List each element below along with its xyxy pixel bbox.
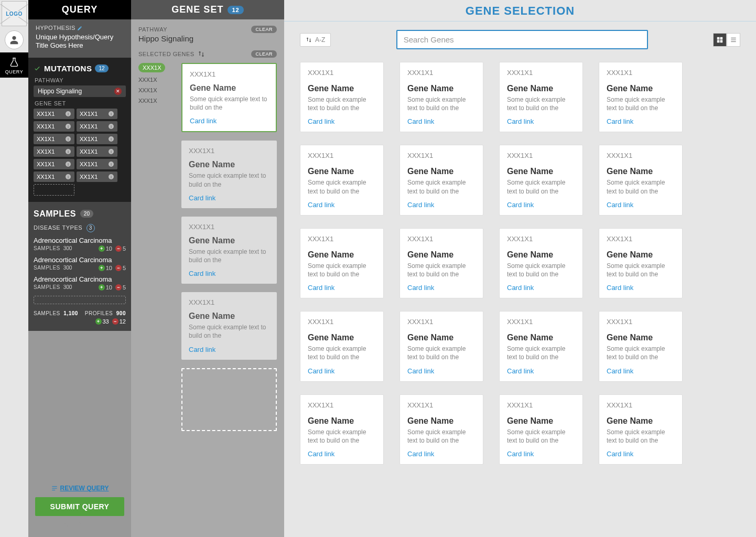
info-icon[interactable]: i <box>65 161 71 167</box>
info-icon[interactable]: i <box>65 136 71 142</box>
gene-card-link[interactable]: Card link <box>607 284 633 292</box>
gene-detail-card[interactable]: XXX1X1Gene NameSome quick example text t… <box>181 141 277 208</box>
gene-chip[interactable]: XX1X1i <box>34 134 74 144</box>
selection-card[interactable]: XXX1X1Gene NameSome quick example text t… <box>300 62 384 132</box>
selection-card[interactable]: XXX1X1Gene NameSome quick example text t… <box>599 228 683 298</box>
search-input[interactable] <box>396 30 648 49</box>
selection-card[interactable]: XXX1X1Gene NameSome quick example text t… <box>599 145 683 215</box>
review-query-link[interactable]: REVIEW QUERY <box>51 485 109 492</box>
selection-card[interactable]: XXX1X1Gene NameSome quick example text t… <box>399 145 483 215</box>
selection-card[interactable]: XXX1X1Gene NameSome quick example text t… <box>399 394 483 465</box>
selection-card[interactable]: XXX1X1Gene NameSome quick example text t… <box>599 62 683 132</box>
info-icon[interactable]: i <box>65 111 71 117</box>
gene-card-link[interactable]: Card link <box>407 201 434 209</box>
gene-card-link[interactable]: Card link <box>189 346 215 353</box>
selection-card[interactable]: XXX1X1Gene NameSome quick example text t… <box>599 394 683 465</box>
selected-gene-pill[interactable]: XXX1X <box>138 87 175 93</box>
gene-card-link[interactable]: Card link <box>407 284 434 292</box>
gene-detail-card[interactable]: XXX1X1Gene NameSome quick example text t… <box>181 63 277 132</box>
selection-card[interactable]: XXX1X1Gene NameSome quick example text t… <box>399 311 483 381</box>
gene-card-link[interactable]: Card link <box>607 117 633 125</box>
gene-detail-card[interactable]: XXX1X1Gene NameSome quick example text t… <box>181 217 277 284</box>
info-icon[interactable]: i <box>65 148 71 155</box>
remove-pathway-icon[interactable]: ✕ <box>114 88 122 95</box>
gene-card-link[interactable]: Card link <box>308 367 334 375</box>
gene-chip[interactable]: XX1X1i <box>77 171 117 182</box>
gene-chip[interactable]: XX1X1i <box>77 146 117 157</box>
gene-detail-card[interactable]: XXX1X1Gene NameSome quick example text t… <box>181 292 277 359</box>
selection-card[interactable]: XXX1X1Gene NameSome quick example text t… <box>499 145 583 215</box>
info-icon[interactable]: i <box>108 174 114 180</box>
sort-icon[interactable] <box>198 50 205 58</box>
avatar[interactable] <box>5 30 24 49</box>
gene-card-link[interactable]: Card link <box>189 270 215 277</box>
logo[interactable]: LOGO <box>2 1 27 26</box>
drop-zone[interactable] <box>181 368 277 431</box>
gene-chip[interactable]: XX1X1i <box>34 171 74 182</box>
gene-chip[interactable]: XX1X1i <box>34 146 74 157</box>
selection-card[interactable]: XXX1X1Gene NameSome quick example text t… <box>499 62 583 132</box>
gene-card-link[interactable]: Card link <box>407 367 434 375</box>
selection-card[interactable]: XXX1X1Gene NameSome quick example text t… <box>300 311 384 381</box>
gene-card-link[interactable]: Card link <box>507 284 534 292</box>
add-gene-placeholder[interactable] <box>34 184 74 196</box>
submit-query-button[interactable]: SUBMIT QUERY <box>35 497 124 516</box>
gene-card-link[interactable]: Card link <box>308 450 334 458</box>
pathway-chip[interactable]: Hippo Signaling ✕ <box>34 85 126 97</box>
gene-chip[interactable]: XX1X1i <box>77 121 117 132</box>
gene-card-link[interactable]: Card link <box>507 201 534 209</box>
gene-card-link[interactable]: Card link <box>407 117 434 125</box>
inbox-icon[interactable] <box>91 521 100 531</box>
gene-chip[interactable]: XX1X1i <box>34 109 74 119</box>
gene-card-link[interactable]: Card link <box>308 117 334 125</box>
gene-chip[interactable]: XX1X1i <box>77 159 117 169</box>
gene-card-link[interactable]: Card link <box>507 117 534 125</box>
edit-icon[interactable] <box>77 26 82 31</box>
gene-card-link[interactable]: Card link <box>607 367 633 375</box>
info-icon[interactable]: i <box>108 161 114 167</box>
info-icon[interactable]: i <box>65 123 71 130</box>
gene-card-link[interactable]: Card link <box>308 284 334 292</box>
gene-card-link[interactable]: Card link <box>189 194 215 202</box>
info-icon[interactable]: i <box>108 148 114 155</box>
gene-card-link[interactable]: Card link <box>607 201 633 209</box>
selected-gene-pill[interactable]: XXX1X <box>138 98 175 104</box>
selected-gene-pill[interactable]: XXX1X <box>138 77 175 83</box>
selection-card[interactable]: XXX1X1Gene NameSome quick example text t… <box>599 311 683 381</box>
selection-card[interactable]: XXX1X1Gene NameSome quick example text t… <box>499 394 583 465</box>
clear-genes-button[interactable]: CLEAR <box>251 50 277 58</box>
gene-chip[interactable]: XX1X1i <box>77 134 117 144</box>
gene-card-link[interactable]: Card link <box>507 450 534 458</box>
grid-view-button[interactable] <box>713 33 727 47</box>
selection-card[interactable]: XXX1X1Gene NameSome quick example text t… <box>300 145 384 215</box>
selection-card[interactable]: XXX1X1Gene NameSome quick example text t… <box>399 228 483 298</box>
selection-card[interactable]: XXX1X1Gene NameSome quick example text t… <box>399 62 483 132</box>
gene-card-link[interactable]: Card link <box>407 450 434 458</box>
disease-item[interactable]: Adrenocortical CarcinomaSAMPLES300+10−5 <box>34 237 126 252</box>
gene-chip[interactable]: XX1X1i <box>77 109 117 119</box>
disease-item[interactable]: Adrenocortical CarcinomaSAMPLES300+10−5 <box>34 256 126 271</box>
gene-card-link[interactable]: Card link <box>607 450 633 458</box>
info-icon[interactable]: i <box>108 136 114 142</box>
gene-card-link[interactable]: Card link <box>190 117 217 125</box>
sort-control[interactable]: A-Z <box>300 33 331 47</box>
clear-pathway-button[interactable]: CLEAR <box>251 26 277 33</box>
selection-card[interactable]: XXX1X1Gene NameSome quick example text t… <box>300 394 384 465</box>
nav-query-tab[interactable]: QUERY <box>0 52 28 78</box>
disease-item[interactable]: Adrenocortical CarcinomaSAMPLES300+10−5 <box>34 275 126 291</box>
selection-card[interactable]: XXX1X1Gene NameSome quick example text t… <box>300 228 384 298</box>
star-icon[interactable] <box>75 521 84 531</box>
gene-card-link[interactable]: Card link <box>308 201 334 209</box>
info-icon[interactable]: i <box>108 123 114 130</box>
add-disease-placeholder[interactable] <box>34 296 126 304</box>
info-icon[interactable]: i <box>65 174 71 180</box>
selection-card[interactable]: XXX1X1Gene NameSome quick example text t… <box>499 228 583 298</box>
gene-chip[interactable]: XX1X1i <box>34 121 74 132</box>
gene-card-link[interactable]: Card link <box>507 367 534 375</box>
selection-card[interactable]: XXX1X1Gene NameSome quick example text t… <box>499 311 583 381</box>
gene-chip[interactable]: XX1X1i <box>34 159 74 169</box>
info-icon[interactable]: i <box>108 111 114 117</box>
selected-gene-pill[interactable]: XXX1X <box>138 63 165 72</box>
share-icon[interactable] <box>59 521 69 531</box>
list-view-button[interactable] <box>727 33 740 47</box>
